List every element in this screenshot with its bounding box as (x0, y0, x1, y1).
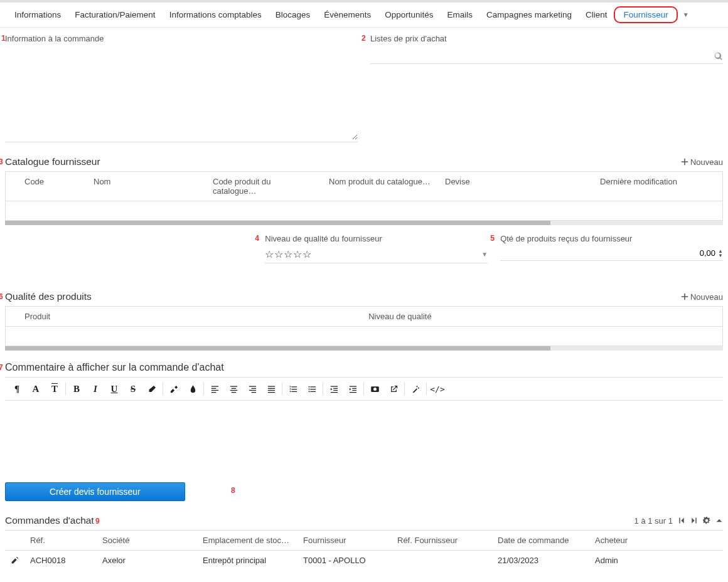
svg-point-1 (308, 388, 309, 389)
section-title-commentaire: 7 Commentaire à afficher sur la commande… (5, 362, 224, 373)
toolbar-eraser[interactable] (142, 380, 161, 398)
pager-last-icon[interactable] (690, 517, 698, 524)
toolbar-magic[interactable] (406, 380, 425, 398)
tab-campagnes-marketing[interactable]: Campagnes marketing (479, 6, 579, 23)
col-niveau-qualite[interactable]: Niveau de qualité (362, 307, 722, 326)
col-produit[interactable]: Produit (18, 307, 362, 326)
col-devise[interactable]: Devise (439, 172, 555, 201)
toolbar-font[interactable]: A (26, 380, 45, 398)
toolbar-indent[interactable] (343, 380, 362, 398)
cell-societe: Axelor (96, 556, 196, 565)
toolbar-link[interactable] (384, 380, 403, 398)
col-code-produit[interactable]: Code produit du catalogue… (206, 172, 323, 201)
toolbar-outdent[interactable] (324, 380, 343, 398)
catalogue-scrollbar[interactable] (5, 221, 723, 225)
marker-9: 9 (95, 517, 100, 526)
toolbar-italic[interactable]: I (86, 380, 105, 398)
plus-icon (681, 293, 688, 300)
marker-5: 5 (490, 234, 495, 243)
tab-opportunites[interactable]: Opportunités (378, 6, 440, 23)
marker-4: 4 (255, 234, 259, 243)
marker-3: 3 (0, 157, 3, 166)
col-nom[interactable]: Nom (87, 172, 206, 201)
section-title-catalogue: 3 Catalogue fournisseur (5, 156, 100, 167)
pager-text: 1 à 1 sur 1 (634, 516, 673, 526)
cell-acheteur: Admin (589, 556, 723, 565)
plus-icon (681, 158, 688, 166)
toolbar-fontsize[interactable]: T (45, 380, 64, 398)
toolbar-align-left[interactable] (205, 380, 224, 398)
toolbar-unordered-list[interactable] (302, 380, 321, 398)
create-quote-button[interactable]: Créer devis fournisseur (5, 482, 185, 501)
tab-evenements[interactable]: Évènements (317, 6, 378, 23)
marker-6: 6 (0, 292, 3, 301)
marker-2: 2 (361, 34, 366, 43)
qte-recus-input[interactable] (500, 248, 715, 258)
editor-area[interactable] (5, 401, 723, 470)
search-icon (714, 52, 723, 61)
cell-emplacement: Entrepôt principal (196, 556, 297, 565)
col-emplacement[interactable]: Emplacement de stoc… (196, 531, 297, 550)
listes-prix-search[interactable] (370, 50, 723, 64)
label-info-commande: Information à la commande (5, 34, 358, 43)
qte-spinner[interactable]: ▲▼ (718, 249, 723, 258)
toolbar-image[interactable] (365, 380, 384, 398)
toolbar-highlight[interactable] (164, 380, 183, 398)
tab-blocages[interactable]: Blocages (269, 6, 318, 23)
catalogue-grid: Code Nom Code produit du catalogue… Nom … (5, 171, 723, 221)
marker-7: 7 (0, 363, 3, 372)
col-nom-produit[interactable]: Nom produit du catalogue… (323, 172, 439, 201)
editor-toolbar: ¶ A T B I U S </> (5, 377, 723, 401)
toolbar-strike[interactable]: S (124, 380, 142, 398)
toolbar-bold[interactable]: B (67, 380, 86, 398)
col-acheteur[interactable]: Acheteur (589, 531, 723, 550)
pager-collapse-icon[interactable] (715, 517, 723, 524)
toolbar-align-right[interactable] (243, 380, 262, 398)
svg-point-0 (308, 386, 309, 387)
col-code[interactable]: Code (18, 172, 87, 201)
tabs-bar: Informations Facturation/Paiement Inform… (0, 0, 728, 28)
toolbar-ordered-list[interactable] (284, 380, 302, 398)
section-title-qualite-produits: 6 Qualité des produits (5, 291, 92, 302)
info-commande-textarea[interactable] (5, 46, 358, 140)
table-row[interactable]: ACH0018 Axelor Entrepôt principal T0001 … (5, 551, 723, 570)
toolbar-align-justify[interactable] (262, 380, 281, 398)
qualite-scrollbar[interactable] (5, 346, 723, 351)
tab-infos-comptables[interactable]: Informations comptables (163, 6, 269, 23)
label-listes-prix: Listes de prix d'achat (370, 34, 723, 43)
tab-informations[interactable]: Informations (8, 6, 68, 23)
tab-fournisseur[interactable]: Fournisseur (614, 6, 677, 23)
cell-ref: ACH0018 (24, 556, 96, 565)
pager-first-icon[interactable] (678, 517, 685, 524)
commandes-pager: 1 à 1 sur 1 (634, 516, 723, 526)
marker-1: 1 (1, 34, 6, 43)
col-fournisseur[interactable]: Fournisseur (297, 531, 391, 550)
toolbar-paragraph[interactable]: ¶ (8, 380, 26, 398)
toolbar-align-center[interactable] (224, 380, 243, 398)
cell-fournisseur: T0001 - APOLLO (297, 556, 391, 565)
tabs-overflow-caret[interactable]: ▼ (678, 11, 694, 18)
label-niveau-qualite: Niveau de qualité du fournisseur (265, 234, 488, 243)
col-derniere-modif[interactable]: Dernière modification (555, 172, 722, 201)
commandes-grid: Réf. Société Emplacement de stoc… Fourni… (5, 530, 723, 570)
tab-emails[interactable]: Emails (441, 6, 480, 23)
svg-point-2 (308, 391, 309, 392)
row-edit[interactable] (5, 556, 24, 564)
stars-input[interactable]: ☆☆☆☆☆ (265, 248, 312, 260)
qualite-grid: Produit Niveau de qualité (5, 306, 723, 346)
tab-client[interactable]: Client (579, 6, 614, 23)
nouveau-catalogue[interactable]: Nouveau (681, 157, 723, 167)
col-societe[interactable]: Société (96, 531, 196, 550)
pager-settings-icon[interactable] (703, 517, 710, 524)
tab-facturation[interactable]: Facturation/Paiement (68, 6, 162, 23)
toolbar-textcolor[interactable] (183, 380, 202, 398)
cell-date: 21/03/2023 (491, 556, 589, 565)
toolbar-underline[interactable]: U (105, 380, 124, 398)
toolbar-code[interactable]: </> (428, 380, 447, 398)
label-qte-recus: Qté de produits reçus du fournisseur (500, 234, 723, 243)
quality-dropdown-caret[interactable]: ▼ (481, 251, 488, 258)
col-date-commande[interactable]: Date de commande (491, 531, 589, 550)
col-ref[interactable]: Réf. (24, 531, 96, 550)
col-ref-four[interactable]: Réf. Fournisseur (391, 531, 491, 550)
nouveau-qualite-produits[interactable]: Nouveau (681, 292, 723, 302)
